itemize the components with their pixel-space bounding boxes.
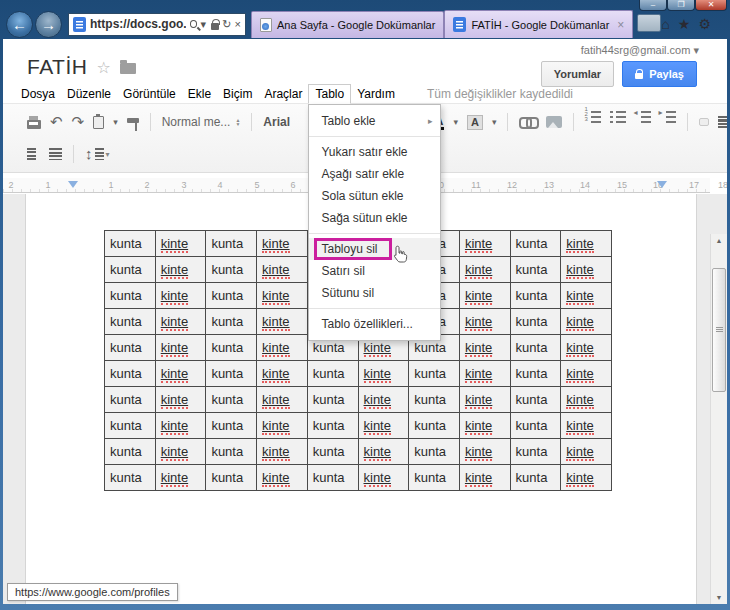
stop-icon[interactable]: × bbox=[235, 18, 241, 30]
paste-icon[interactable] bbox=[93, 116, 104, 129]
table-cell[interactable]: kunta bbox=[105, 413, 155, 438]
doc-title[interactable]: FATİH bbox=[27, 55, 87, 79]
decrease-indent-icon[interactable] bbox=[641, 111, 651, 113]
bullet-list-icon[interactable] bbox=[616, 111, 626, 113]
table-cell[interactable]: kunta bbox=[206, 465, 256, 490]
new-tab-button[interactable] bbox=[637, 14, 661, 32]
paint-format-icon[interactable] bbox=[127, 118, 139, 123]
table-cell[interactable]: kinte bbox=[156, 387, 206, 412]
table-cell[interactable]: kunta bbox=[206, 335, 256, 360]
menubar-item-tablo[interactable]: TabloTablo ekle▸Yukarı satır ekleAşağı s… bbox=[308, 84, 351, 104]
table-cell[interactable]: kinte bbox=[561, 257, 611, 282]
table-cell[interactable]: kunta bbox=[511, 361, 561, 386]
table-cell[interactable]: kunta bbox=[105, 361, 155, 386]
table-cell[interactable]: kunta bbox=[105, 335, 155, 360]
menu-item-yukarı-satır-ekle[interactable]: Yukarı satır ekle bbox=[309, 141, 440, 163]
search-icon[interactable] bbox=[190, 20, 198, 28]
table-cell[interactable]: kunta bbox=[206, 361, 256, 386]
style-dropdown[interactable]: Normal me... ▲▼ bbox=[162, 115, 241, 129]
menu-item-aşağı-satır-ekle[interactable]: Aşağı satır ekle bbox=[309, 163, 440, 185]
numbered-list-icon[interactable] bbox=[591, 111, 601, 113]
table-cell[interactable]: kunta bbox=[511, 387, 561, 412]
scroll-down-icon[interactable]: ▼ bbox=[711, 594, 727, 601]
table-cell[interactable]: kunta bbox=[206, 309, 256, 334]
table-cell[interactable]: kinte bbox=[359, 361, 409, 386]
table-cell[interactable]: kunta bbox=[206, 283, 256, 308]
table-cell[interactable]: kinte bbox=[460, 309, 510, 334]
table-cell[interactable]: kunta bbox=[206, 413, 256, 438]
back-button[interactable]: ← bbox=[6, 11, 33, 38]
table-cell[interactable]: kunta bbox=[105, 465, 155, 490]
menu-item-tablo-ekle[interactable]: Tablo ekle▸ bbox=[309, 110, 440, 132]
print-icon[interactable] bbox=[27, 120, 41, 129]
table-cell[interactable]: kinte bbox=[561, 413, 611, 438]
table-cell[interactable]: kinte bbox=[561, 283, 611, 308]
url-text[interactable]: https://docs.goo... bbox=[90, 17, 186, 31]
table-cell[interactable]: kinte bbox=[460, 413, 510, 438]
margin-marker-icon[interactable] bbox=[657, 181, 667, 188]
align-left-button[interactable] bbox=[699, 118, 709, 126]
table-cell[interactable]: kinte bbox=[561, 361, 611, 386]
vertical-scrollbar[interactable]: ▲ ▼ bbox=[710, 234, 727, 604]
table-cell[interactable]: kinte bbox=[561, 387, 611, 412]
table-cell[interactable]: kunta bbox=[409, 439, 459, 464]
minimize-button[interactable]: – bbox=[639, 0, 667, 11]
table-cell[interactable]: kunta bbox=[511, 465, 561, 490]
table-cell[interactable]: kinte bbox=[359, 439, 409, 464]
tab-close-icon[interactable]: × bbox=[617, 20, 624, 30]
table-cell[interactable]: kinte bbox=[460, 231, 510, 256]
menubar-item-düzenle[interactable]: Düzenle bbox=[61, 85, 117, 103]
gear-icon[interactable]: ⚙ bbox=[698, 16, 711, 32]
table-cell[interactable]: kinte bbox=[156, 413, 206, 438]
table-cell[interactable]: kunta bbox=[409, 387, 459, 412]
table-cell[interactable]: kunta bbox=[105, 283, 155, 308]
tab-ana-sayfa[interactable]: Ana Sayfa - Google Dokümanlar bbox=[251, 11, 444, 38]
table-cell[interactable]: kinte bbox=[257, 465, 307, 490]
chevron-down-icon[interactable]: ▾ bbox=[113, 114, 118, 130]
increase-indent-icon[interactable] bbox=[666, 111, 676, 113]
table-cell[interactable]: kinte bbox=[257, 387, 307, 412]
table-cell[interactable]: kinte bbox=[257, 257, 307, 282]
menubar-item-ekle[interactable]: Ekle bbox=[182, 85, 217, 103]
table-cell[interactable]: kinte bbox=[156, 257, 206, 282]
table-cell[interactable]: kinte bbox=[561, 465, 611, 490]
comments-button[interactable]: Yorumlar bbox=[541, 61, 614, 87]
table-cell[interactable]: kinte bbox=[257, 413, 307, 438]
scrollbar-thumb[interactable] bbox=[712, 268, 726, 392]
table-cell[interactable]: kunta bbox=[511, 309, 561, 334]
table-cell[interactable]: kinte bbox=[156, 465, 206, 490]
table-cell[interactable]: kinte bbox=[156, 335, 206, 360]
table-cell[interactable]: kunta bbox=[206, 439, 256, 464]
table-cell[interactable]: kinte bbox=[257, 283, 307, 308]
table-cell[interactable]: kinte bbox=[257, 335, 307, 360]
share-button[interactable]: Paylaş bbox=[622, 61, 697, 87]
highlight-color-icon[interactable]: A bbox=[467, 115, 483, 130]
align-center-icon[interactable] bbox=[718, 116, 727, 128]
justify-icon[interactable] bbox=[49, 148, 62, 160]
folder-icon[interactable] bbox=[120, 63, 136, 74]
table-cell[interactable]: kinte bbox=[460, 439, 510, 464]
font-dropdown[interactable]: Arial bbox=[263, 115, 290, 129]
menu-item-tablo-özellikleri-[interactable]: Tablo özellikleri... bbox=[309, 313, 440, 335]
menu-item-sağa-sütun-ekle[interactable]: Sağa sütun ekle bbox=[309, 207, 440, 229]
home-icon[interactable]: ⌂ bbox=[661, 16, 669, 32]
table-cell[interactable]: kunta bbox=[511, 283, 561, 308]
insert-image-icon[interactable] bbox=[546, 116, 562, 128]
table-cell[interactable]: kunta bbox=[206, 231, 256, 256]
table-cell[interactable]: kinte bbox=[156, 231, 206, 256]
maximize-button[interactable]: ❐ bbox=[667, 0, 695, 11]
table-cell[interactable]: kinte bbox=[561, 231, 611, 256]
table-cell[interactable]: kinte bbox=[460, 465, 510, 490]
redo-icon[interactable]: ↷ bbox=[72, 114, 85, 130]
table-cell[interactable]: kinte bbox=[257, 361, 307, 386]
table-cell[interactable]: kinte bbox=[156, 283, 206, 308]
menu-item-sütunu-sil[interactable]: Sütunu sil bbox=[309, 282, 440, 304]
menubar-item-görüntüle[interactable]: Görüntüle bbox=[117, 85, 182, 103]
table-cell[interactable]: kunta bbox=[409, 465, 459, 490]
table-cell[interactable]: kunta bbox=[105, 387, 155, 412]
table-cell[interactable]: kunta bbox=[308, 465, 358, 490]
table-cell[interactable]: kunta bbox=[308, 439, 358, 464]
table-cell[interactable]: kinte bbox=[156, 439, 206, 464]
close-button[interactable]: ✕ bbox=[695, 0, 727, 11]
table-cell[interactable]: kunta bbox=[511, 257, 561, 282]
